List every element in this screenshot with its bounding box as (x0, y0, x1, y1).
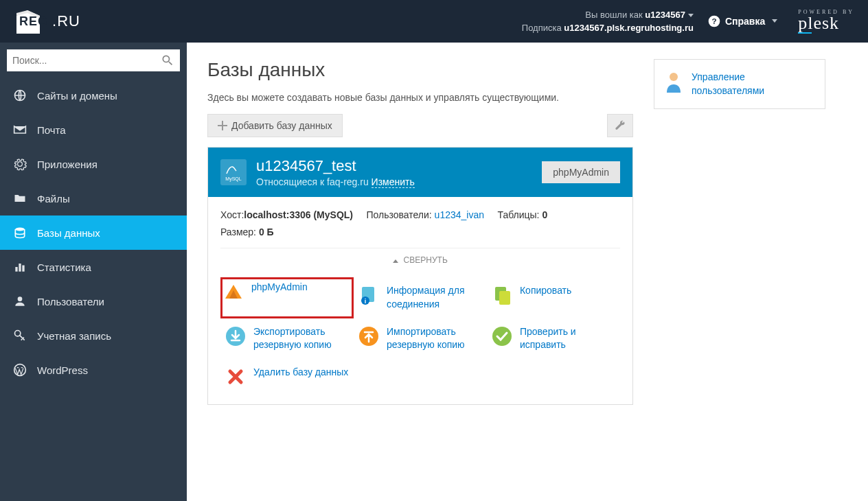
side-panel: Управление пользователями (654, 59, 825, 109)
user-management-link[interactable]: Управление пользователями (664, 71, 815, 97)
action-export[interactable]: Экспортировать резервную копию (220, 318, 354, 359)
plesk-logo: POWERED BY plesk (798, 9, 854, 34)
svg-text:?: ? (711, 16, 716, 25)
wordpress-icon (12, 362, 27, 377)
user-avatar-icon (664, 71, 683, 90)
globe-icon (12, 88, 27, 103)
info-icon: i (358, 284, 380, 306)
search-input[interactable] (12, 55, 161, 66)
sidebar-item-label: Пользователи (37, 296, 104, 307)
search-box[interactable] (7, 49, 180, 71)
mail-icon (12, 122, 27, 137)
database-card-header: MySQL u1234567_test Относящиеся к faq-re… (208, 148, 632, 197)
sidebar-item-wordpress[interactable]: WordPress (0, 353, 187, 387)
toolbar: Добавить базу данных (207, 114, 633, 137)
phpmyadmin-icon (222, 281, 244, 303)
collapse-toggle[interactable]: СВЕРНУТЬ (220, 248, 620, 272)
stats-icon (12, 259, 27, 275)
sidebar-item-label: Файлы (37, 193, 70, 205)
plus-icon (218, 121, 227, 130)
svg-rect-4 (15, 267, 17, 272)
svg-point-3 (15, 228, 24, 231)
username-dropdown[interactable]: u1234567 (645, 10, 694, 20)
change-link[interactable]: Изменить (372, 176, 415, 188)
sidebar-item-users[interactable]: Пользователи (0, 284, 187, 318)
sidebar-item-label: Базы данных (37, 227, 100, 239)
svg-point-18 (670, 73, 678, 81)
key-icon (12, 328, 27, 343)
copy-icon (491, 284, 513, 306)
db-user-link[interactable]: u1234_ivan (435, 209, 484, 220)
help-dropdown[interactable]: ? Справка (707, 14, 777, 28)
sidebar-item-sites[interactable]: Сайты и домены (0, 78, 187, 113)
sidebar-item-apps[interactable]: Приложения (0, 147, 187, 181)
database-name: u1234567_test (256, 157, 542, 175)
sidebar-item-account[interactable]: Учетная запись (0, 318, 187, 353)
action-copy[interactable]: Копировать (487, 277, 620, 318)
database-card: MySQL u1234567_test Относящиеся к faq-re… (207, 147, 633, 405)
add-database-label: Добавить базу данных (231, 120, 332, 131)
help-icon: ? (707, 14, 721, 28)
subscription-label: Подписка (522, 23, 562, 33)
sidebar-item-label: WordPress (37, 364, 88, 376)
page-title: Базы данных (207, 59, 633, 81)
logged-in-label: Вы вошли как (585, 10, 642, 20)
gear-icon (12, 156, 27, 172)
svg-point-7 (18, 296, 23, 301)
sidebar-item-files[interactable]: Файлы (0, 181, 187, 215)
database-icon (12, 225, 27, 240)
wrench-icon (615, 119, 626, 132)
svg-point-17 (492, 327, 512, 346)
sidebar-item-label: Почта (37, 124, 66, 136)
search-icon (161, 54, 174, 67)
sidebar-item-mail[interactable]: Почта (0, 113, 187, 147)
check-icon (491, 325, 513, 347)
sidebar-item-label: Приложения (37, 159, 98, 170)
svg-text:i: i (365, 298, 367, 305)
chevron-up-icon (393, 259, 398, 263)
phpmyadmin-button[interactable]: phpMyAdmin (542, 161, 620, 183)
action-phpmyadmin[interactable]: phpMyAdmin (220, 277, 354, 318)
svg-rect-5 (19, 264, 21, 272)
action-grid: phpMyAdmin i Информация для соединения (220, 272, 620, 394)
chevron-down-icon (688, 14, 694, 17)
header-user-info: Вы вошли как u1234567 Подписка u1234567.… (80, 8, 707, 35)
page-description: Здесь вы можете создавать новые базы дан… (207, 92, 633, 103)
database-related: Относящиеся к faq-reg.ru Изменить (256, 176, 542, 187)
svg-rect-6 (22, 266, 24, 272)
header: REG .RU Вы вошли как u1234567 Подписка u… (0, 0, 868, 43)
sidebar-item-databases[interactable]: Базы данных (0, 215, 187, 250)
sidebar-item-label: Учетная запись (37, 330, 111, 342)
sidebar-item-label: Сайты и домены (37, 90, 117, 102)
logo[interactable]: REG .RU (14, 6, 80, 36)
download-icon (225, 325, 247, 347)
sidebar-item-stats[interactable]: Статистика (0, 250, 187, 284)
sidebar-item-label: Статистика (37, 261, 91, 273)
database-meta: Хост:localhost:3306 (MySQL) Пользователи… (220, 207, 620, 241)
upload-icon (358, 325, 380, 347)
svg-rect-14 (499, 291, 510, 305)
action-delete[interactable]: Удалить базу данных (220, 359, 354, 395)
action-import[interactable]: Импортировать резервную копию (354, 318, 487, 359)
action-check[interactable]: Проверить и исправить (487, 318, 620, 359)
settings-button[interactable] (607, 114, 633, 137)
action-connection-info[interactable]: i Информация для соединения (354, 277, 487, 318)
mysql-icon: MySQL (220, 159, 247, 185)
folder-icon (12, 191, 27, 206)
chevron-down-icon (772, 19, 777, 23)
user-icon (12, 294, 27, 309)
delete-icon (225, 366, 247, 388)
sidebar: Сайты и домены Почта Приложения Файлы Ба… (0, 43, 187, 501)
subscription-value: u1234567.plsk.regruhosting.ru (564, 23, 694, 33)
add-database-button[interactable]: Добавить базу данных (207, 114, 343, 137)
